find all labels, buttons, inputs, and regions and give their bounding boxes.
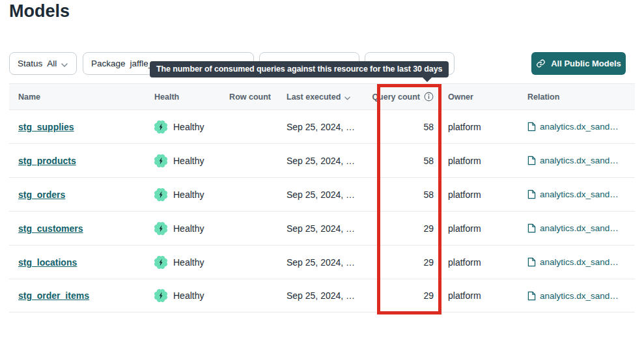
health-label: Healthy (173, 189, 204, 200)
status-filter-value: All (47, 59, 57, 68)
query-count-tooltip: The number of consumed queries against t… (150, 61, 449, 77)
models-page: Models Status All Package jaffle_ All Pu… (0, 0, 644, 349)
model-link[interactable]: stg_products (18, 156, 76, 166)
relation-link[interactable]: analytics.dx_sand… (527, 122, 635, 132)
relation-link[interactable]: analytics.dx_sand… (527, 223, 635, 233)
relation-label: analytics.dx_sand… (540, 291, 619, 301)
health-badge-icon (154, 188, 167, 201)
status-filter-label: Status (18, 59, 42, 68)
last-executed-cell: Sep 25, 2024, … (274, 223, 372, 234)
last-executed-cell: Sep 25, 2024, … (274, 156, 372, 166)
health-badge-icon (154, 222, 167, 235)
owner-cell: platform (443, 122, 515, 132)
owner-cell: platform (443, 156, 515, 166)
sort-chevron-down-icon (344, 93, 350, 102)
package-filter-label: Package (91, 59, 126, 68)
document-icon (527, 291, 536, 301)
health-label: Healthy (173, 122, 204, 132)
column-header-owner: Owner (443, 92, 515, 102)
relation-label: analytics.dx_sand… (540, 257, 619, 267)
relation-label: analytics.dx_sand… (540, 189, 619, 199)
relation-label: analytics.dx_sand… (540, 122, 619, 132)
document-icon (527, 122, 536, 132)
query-count-cell: 29 (372, 290, 443, 301)
last-executed-cell: Sep 25, 2024, … (274, 189, 372, 200)
health-badge-icon (154, 256, 167, 269)
document-icon (527, 189, 536, 199)
query-count-cell: 58 (372, 122, 443, 132)
document-icon (527, 257, 536, 267)
table-row: stg_order_items Healthy Sep 25, 2024, … … (9, 279, 635, 313)
owner-cell: platform (443, 257, 515, 268)
table-header-row: Name Health Row count Last executed Quer… (9, 83, 635, 109)
document-icon (527, 156, 536, 165)
relation-link[interactable]: analytics.dx_sand… (527, 257, 635, 267)
column-header-name: Name (9, 92, 150, 102)
table-row: stg_locations Healthy Sep 25, 2024, … 29… (9, 245, 635, 279)
table-row: stg_orders Healthy Sep 25, 2024, … 58 pl… (9, 177, 635, 211)
last-executed-cell: Sep 25, 2024, … (274, 257, 372, 268)
health-label: Healthy (173, 223, 204, 234)
table-row: stg_customers Healthy Sep 25, 2024, … 29… (9, 211, 635, 245)
query-count-label: Query count (372, 92, 420, 102)
model-link[interactable]: stg_orders (18, 189, 65, 200)
model-link[interactable]: stg_locations (18, 257, 77, 268)
table-row: stg_supplies Healthy Sep 25, 2024, … 58 … (9, 109, 635, 143)
health-label: Healthy (173, 290, 204, 301)
column-header-relation: Relation (515, 92, 635, 102)
model-link[interactable]: stg_order_items (18, 290, 89, 301)
query-count-cell: 58 (372, 189, 443, 200)
models-table: Name Health Row count Last executed Quer… (9, 83, 635, 313)
health-badge-icon (154, 120, 167, 133)
relation-label: analytics.dx_sand… (540, 156, 619, 165)
relation-link[interactable]: analytics.dx_sand… (527, 189, 635, 199)
relation-link[interactable]: analytics.dx_sand… (527, 156, 635, 165)
health-label: Healthy (173, 156, 204, 166)
tooltip-arrow (422, 77, 432, 82)
query-count-cell: 58 (372, 156, 443, 166)
query-count-cell: 29 (372, 223, 443, 234)
owner-cell: platform (443, 223, 515, 234)
column-header-health: Health (150, 92, 229, 102)
query-count-cell: 29 (372, 257, 443, 268)
owner-cell: platform (443, 189, 515, 200)
last-executed-label: Last executed (287, 92, 341, 102)
info-icon[interactable] (424, 92, 434, 102)
column-header-row-count: Row count (229, 92, 274, 102)
column-header-last-executed[interactable]: Last executed (274, 92, 372, 102)
model-link[interactable]: stg_supplies (18, 122, 74, 132)
relation-label: analytics.dx_sand… (540, 223, 619, 233)
link-icon (536, 59, 546, 68)
last-executed-cell: Sep 25, 2024, … (274, 122, 372, 132)
last-executed-cell: Sep 25, 2024, … (274, 290, 372, 301)
health-badge-icon (154, 289, 167, 302)
table-row: stg_products Healthy Sep 25, 2024, … 58 … (9, 143, 635, 177)
document-icon (527, 223, 536, 233)
owner-cell: platform (443, 290, 515, 301)
all-public-models-button[interactable]: All Public Models (531, 52, 626, 75)
chevron-down-icon (61, 59, 68, 69)
all-public-models-label: All Public Models (551, 59, 621, 68)
model-link[interactable]: stg_customers (18, 223, 83, 234)
page-title: Models (9, 1, 70, 21)
column-header-query-count: Query count (372, 92, 443, 102)
health-badge-icon (154, 154, 167, 167)
tooltip-text: The number of consumed queries against t… (156, 64, 442, 74)
relation-link[interactable]: analytics.dx_sand… (527, 291, 635, 301)
status-filter-dropdown[interactable]: Status All (9, 52, 77, 75)
health-label: Healthy (173, 257, 204, 268)
